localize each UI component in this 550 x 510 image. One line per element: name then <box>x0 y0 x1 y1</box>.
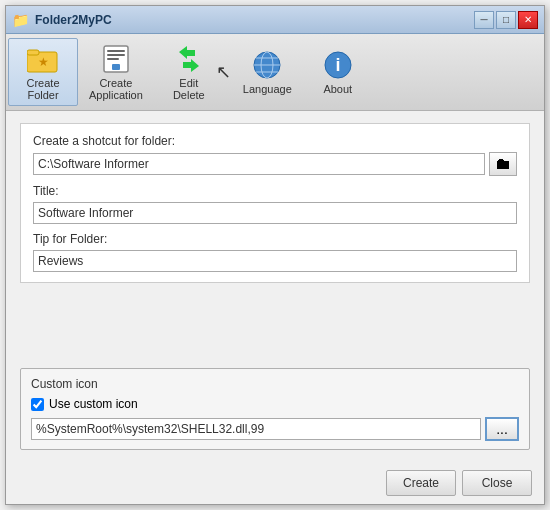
toolbar-language[interactable]: Language <box>232 44 303 100</box>
svg-rect-5 <box>107 54 125 56</box>
browse-icon-label: ... <box>496 421 508 437</box>
tip-input[interactable] <box>33 250 517 272</box>
svg-text:i: i <box>335 55 340 75</box>
shortcut-row: 🖿 <box>33 152 517 176</box>
about-icon: i <box>322 49 354 81</box>
close-window-button[interactable]: ✕ <box>518 11 538 29</box>
shortcut-label: Create a shotcut for folder: <box>33 134 517 148</box>
close-button[interactable]: Close <box>462 470 532 496</box>
toolbar-about[interactable]: i About <box>303 44 373 100</box>
toolbar-create-folder[interactable]: ★ CreateFolder <box>8 38 78 106</box>
create-folder-label: CreateFolder <box>26 77 59 101</box>
tip-label: Tip for Folder: <box>33 232 517 246</box>
shortcut-input[interactable] <box>33 153 485 175</box>
svg-rect-6 <box>107 58 119 60</box>
main-window: 📁 Folder2MyPC ─ □ ✕ ★ CreateFolder <box>5 5 545 505</box>
title-bar: 📁 Folder2MyPC ─ □ ✕ <box>6 6 544 34</box>
language-label: Language <box>243 83 292 95</box>
browse-icon-button[interactable]: ... <box>485 417 519 441</box>
create-application-label: CreateApplication <box>89 77 143 101</box>
custom-icon-title: Custom icon <box>31 377 519 391</box>
about-label: About <box>323 83 352 95</box>
maximize-button[interactable]: □ <box>496 11 516 29</box>
toolbar-edit-delete[interactable]: EditDelete <box>154 38 224 106</box>
use-custom-icon-checkbox[interactable] <box>31 398 44 411</box>
bottom-bar: Create Close <box>6 462 544 504</box>
svg-rect-7 <box>112 64 120 70</box>
edit-delete-icon <box>173 43 205 75</box>
use-custom-icon-label: Use custom icon <box>49 397 138 411</box>
create-button[interactable]: Create <box>386 470 456 496</box>
cursor-decoration: ↖ <box>216 61 232 83</box>
main-content: Create a shotcut for folder: 🖿 Title: Ti… <box>6 111 544 462</box>
title-label: Title: <box>33 184 517 198</box>
window-title: Folder2MyPC <box>35 13 112 27</box>
use-custom-icon-row: Use custom icon <box>31 397 519 411</box>
browse-folder-button[interactable]: 🖿 <box>489 152 517 176</box>
browse-folder-icon: 🖿 <box>495 155 511 173</box>
create-application-icon <box>100 43 132 75</box>
svg-text:★: ★ <box>38 55 49 69</box>
edit-delete-label: EditDelete <box>173 77 205 101</box>
icon-path-row: ... <box>31 417 519 441</box>
icon-path-input[interactable] <box>31 418 481 440</box>
custom-icon-section: Custom icon Use custom icon ... <box>20 368 530 450</box>
toolbar-create-application[interactable]: CreateApplication <box>78 38 154 106</box>
minimize-button[interactable]: ─ <box>474 11 494 29</box>
create-folder-icon: ★ <box>27 43 59 75</box>
window-icon: 📁 <box>12 12 29 28</box>
svg-rect-4 <box>107 50 125 52</box>
language-icon <box>251 49 283 81</box>
title-input[interactable] <box>33 202 517 224</box>
toolbar: ★ CreateFolder CreateApplication <box>6 34 544 111</box>
